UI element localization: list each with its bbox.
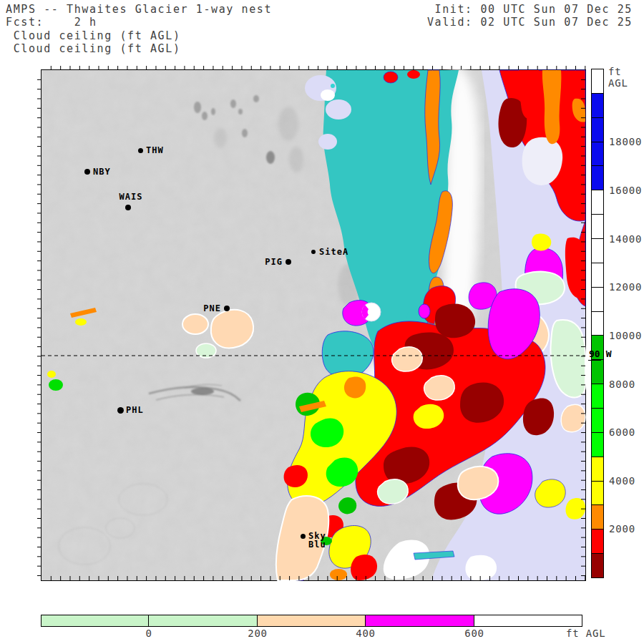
valid-time: Valid: 02 UTC Sun 07 Dec 25 bbox=[427, 16, 633, 29]
colorbar-cell bbox=[592, 312, 603, 336]
bottom-colorbar-segment bbox=[474, 615, 582, 626]
colorbar-cell bbox=[592, 142, 603, 167]
forecast-hour: Fcst: 2 h bbox=[6, 16, 97, 29]
station-label: THW bbox=[146, 146, 164, 155]
page-title: AMPS -- Thwaites Glacier 1-way nest bbox=[6, 3, 272, 16]
colorbar-cell bbox=[592, 94, 603, 118]
map-frame: THWNBYWAISSiteAPIGPNEPHLSky Blu bbox=[41, 69, 586, 581]
colorbar-cell bbox=[592, 190, 603, 215]
amps-forecast-figure: AMPS -- Thwaites Glacier 1-way nest Fcst… bbox=[0, 0, 644, 644]
right-colorbar-unit: ft AGL bbox=[608, 66, 644, 89]
colorbar-cell bbox=[592, 482, 603, 506]
stations-layer: THWNBYWAISSiteAPIGPNEPHLSky Blu bbox=[42, 70, 585, 580]
colorbar-cell bbox=[592, 457, 603, 482]
bottom-colorbar-segment bbox=[366, 615, 474, 626]
colorbar-cell bbox=[592, 409, 603, 433]
station-label: PNE bbox=[203, 304, 221, 313]
station-label: WAIS bbox=[119, 192, 143, 201]
colorbar-cell bbox=[592, 215, 603, 239]
bottom-colorbar-tick-label: 400 bbox=[356, 628, 376, 639]
bottom-colorbar-tick-label: 0 bbox=[145, 628, 152, 639]
bottom-colorbar-tick-label: 200 bbox=[248, 628, 268, 639]
field-label-1: Cloud ceiling (ft AGL) bbox=[6, 29, 181, 42]
station-dot bbox=[138, 148, 143, 153]
station-label: NBY bbox=[93, 167, 111, 176]
bottom-colorbar-segment bbox=[42, 615, 149, 626]
meridian-90w-label: 90 W bbox=[588, 348, 611, 361]
station-dot bbox=[117, 407, 124, 414]
colorbar-tick-label: 18000 bbox=[609, 136, 642, 147]
station-label: PIG bbox=[265, 258, 283, 266]
station-dot bbox=[286, 259, 291, 265]
station-label: PHL bbox=[126, 406, 144, 414]
colorbar-cell bbox=[592, 554, 603, 577]
colorbar-cell bbox=[592, 166, 603, 190]
bottom-colorbar-tick-label: 600 bbox=[464, 628, 484, 639]
colorbar-cell bbox=[592, 360, 603, 384]
station-dot bbox=[224, 306, 230, 311]
colorbar-cell bbox=[592, 384, 603, 409]
station-dot bbox=[311, 250, 316, 254]
right-colorbar bbox=[591, 69, 604, 578]
meridian-hemisphere: W bbox=[606, 348, 612, 361]
bottom-colorbar-segment bbox=[258, 615, 366, 626]
station-label: SiteA bbox=[319, 248, 348, 256]
colorbar-tick-label: 14000 bbox=[609, 233, 642, 245]
station-dot bbox=[125, 205, 131, 210]
colorbar-cell bbox=[592, 239, 603, 263]
colorbar-cell bbox=[592, 118, 603, 142]
init-time: Init: 00 UTC Sun 07 Dec 25 bbox=[435, 3, 633, 16]
station-dot bbox=[84, 169, 90, 175]
field-label-2: Cloud ceiling (ft AGL) bbox=[6, 42, 181, 55]
station-dot bbox=[301, 534, 306, 539]
colorbar-tick-label: 2000 bbox=[609, 523, 635, 535]
colorbar-cell bbox=[592, 288, 603, 312]
colorbar-tick-label: 8000 bbox=[609, 379, 635, 390]
colorbar-tick-label: 12000 bbox=[609, 281, 642, 293]
colorbar-cell bbox=[592, 505, 603, 530]
colorbar-cell bbox=[592, 263, 603, 288]
colorbar-tick-label: 10000 bbox=[609, 330, 642, 341]
colorbar-tick-label: 4000 bbox=[609, 475, 635, 487]
colorbar-tick-label: 16000 bbox=[609, 185, 642, 196]
meridian-degree: 90 bbox=[588, 348, 601, 361]
bottom-colorbar-segment bbox=[149, 615, 258, 626]
bottom-colorbar bbox=[41, 615, 582, 627]
colorbar-cell bbox=[592, 69, 603, 94]
colorbar-cell bbox=[592, 433, 603, 457]
station-label: Sky Blu bbox=[308, 532, 326, 549]
colorbar-tick-label: 6000 bbox=[609, 426, 635, 438]
colorbar-cell bbox=[592, 530, 603, 554]
bottom-colorbar-unit: ft AGL bbox=[566, 628, 605, 639]
